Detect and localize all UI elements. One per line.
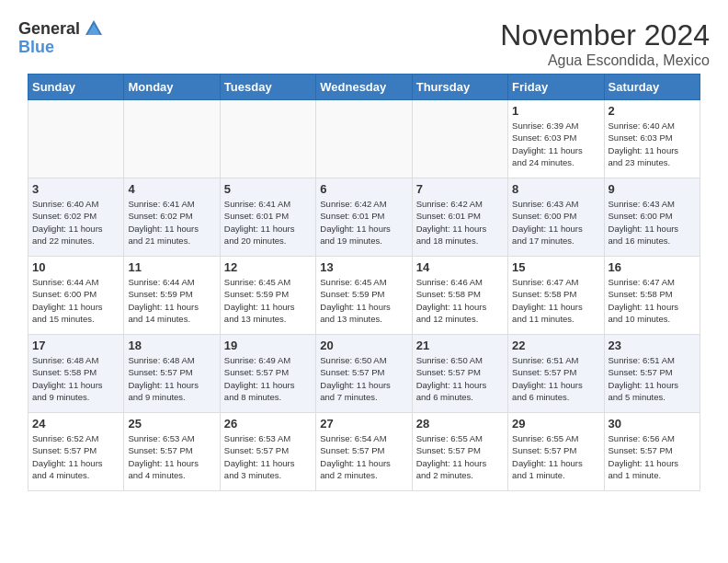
day-number: 2 xyxy=(609,104,696,118)
calendar-day: 11Sunrise: 6:44 AM Sunset: 5:59 PM Dayli… xyxy=(124,257,220,335)
day-info: Sunrise: 6:50 AM Sunset: 5:57 PM Dayligh… xyxy=(320,354,407,403)
day-number: 29 xyxy=(512,417,599,431)
day-info: Sunrise: 6:47 AM Sunset: 5:58 PM Dayligh… xyxy=(512,276,599,325)
calendar-day xyxy=(220,100,315,178)
calendar-day: 16Sunrise: 6:47 AM Sunset: 5:58 PM Dayli… xyxy=(604,257,700,335)
logo: General Blue xyxy=(18,18,104,56)
calendar-day xyxy=(412,100,507,178)
header-friday: Friday xyxy=(508,75,604,100)
location-title: Agua Escondida, Mexico xyxy=(500,52,710,69)
calendar-day: 30Sunrise: 6:56 AM Sunset: 5:57 PM Dayli… xyxy=(604,413,700,491)
calendar-day: 6Sunrise: 6:42 AM Sunset: 6:01 PM Daylig… xyxy=(316,178,412,257)
day-number: 5 xyxy=(224,182,312,196)
day-number: 9 xyxy=(609,182,696,196)
calendar-day: 4Sunrise: 6:41 AM Sunset: 6:02 PM Daylig… xyxy=(124,178,220,257)
day-number: 10 xyxy=(32,260,119,274)
header-saturday: Saturday xyxy=(604,75,700,100)
calendar-container: Sunday Monday Tuesday Wednesday Thursday… xyxy=(9,74,719,491)
calendar-day: 19Sunrise: 6:49 AM Sunset: 5:57 PM Dayli… xyxy=(220,335,315,413)
weekday-header-row: Sunday Monday Tuesday Wednesday Thursday… xyxy=(28,75,700,100)
title-area: November 2024 Agua Escondida, Mexico xyxy=(500,18,710,69)
day-number: 17 xyxy=(32,339,119,352)
day-info: Sunrise: 6:45 AM Sunset: 5:59 PM Dayligh… xyxy=(224,276,312,325)
day-number: 8 xyxy=(512,182,599,196)
header: General Blue November 2024 Agua Escondid… xyxy=(9,9,719,74)
calendar-day: 29Sunrise: 6:55 AM Sunset: 5:57 PM Dayli… xyxy=(508,413,604,491)
header-sunday: Sunday xyxy=(28,75,124,100)
calendar-day: 2Sunrise: 6:40 AM Sunset: 6:03 PM Daylig… xyxy=(604,100,700,178)
day-info: Sunrise: 6:54 AM Sunset: 5:57 PM Dayligh… xyxy=(320,432,407,481)
calendar-day: 23Sunrise: 6:51 AM Sunset: 5:57 PM Dayli… xyxy=(604,335,700,413)
day-info: Sunrise: 6:43 AM Sunset: 6:00 PM Dayligh… xyxy=(512,198,599,247)
day-info: Sunrise: 6:53 AM Sunset: 5:57 PM Dayligh… xyxy=(224,432,312,481)
calendar-week-row: 1Sunrise: 6:39 AM Sunset: 6:03 PM Daylig… xyxy=(28,100,700,178)
day-info: Sunrise: 6:56 AM Sunset: 5:57 PM Dayligh… xyxy=(609,432,696,481)
calendar-week-row: 17Sunrise: 6:48 AM Sunset: 5:58 PM Dayli… xyxy=(28,335,700,413)
day-number: 19 xyxy=(224,339,312,352)
logo-blue: Blue xyxy=(18,38,54,56)
day-number: 18 xyxy=(128,339,215,352)
calendar-day: 8Sunrise: 6:43 AM Sunset: 6:00 PM Daylig… xyxy=(508,178,604,257)
calendar-day: 7Sunrise: 6:42 AM Sunset: 6:01 PM Daylig… xyxy=(412,178,507,257)
calendar-day: 28Sunrise: 6:55 AM Sunset: 5:57 PM Dayli… xyxy=(412,413,507,491)
day-number: 6 xyxy=(320,182,407,196)
calendar-day: 26Sunrise: 6:53 AM Sunset: 5:57 PM Dayli… xyxy=(220,413,315,491)
day-number: 15 xyxy=(512,260,599,274)
day-number: 16 xyxy=(609,260,696,274)
day-number: 11 xyxy=(128,260,215,274)
calendar-table: Sunday Monday Tuesday Wednesday Thursday… xyxy=(28,74,700,491)
day-number: 4 xyxy=(128,182,215,196)
calendar-day xyxy=(316,100,412,178)
day-number: 14 xyxy=(416,260,504,274)
calendar-day: 5Sunrise: 6:41 AM Sunset: 6:01 PM Daylig… xyxy=(220,178,315,257)
calendar-day: 12Sunrise: 6:45 AM Sunset: 5:59 PM Dayli… xyxy=(220,257,315,335)
day-info: Sunrise: 6:41 AM Sunset: 6:01 PM Dayligh… xyxy=(224,198,312,247)
day-number: 30 xyxy=(609,417,696,431)
day-info: Sunrise: 6:52 AM Sunset: 5:57 PM Dayligh… xyxy=(32,432,119,481)
header-wednesday: Wednesday xyxy=(316,75,412,100)
logo-general: General xyxy=(18,20,80,37)
calendar-day: 3Sunrise: 6:40 AM Sunset: 6:02 PM Daylig… xyxy=(28,178,124,257)
calendar-day xyxy=(28,100,124,178)
day-number: 26 xyxy=(224,417,312,431)
header-monday: Monday xyxy=(124,75,220,100)
day-info: Sunrise: 6:47 AM Sunset: 5:58 PM Dayligh… xyxy=(609,276,696,325)
day-number: 13 xyxy=(320,260,407,274)
day-info: Sunrise: 6:40 AM Sunset: 6:03 PM Dayligh… xyxy=(609,120,696,168)
calendar-day: 14Sunrise: 6:46 AM Sunset: 5:58 PM Dayli… xyxy=(412,257,507,335)
day-number: 12 xyxy=(224,260,312,274)
day-number: 1 xyxy=(512,104,599,118)
calendar-day: 18Sunrise: 6:48 AM Sunset: 5:57 PM Dayli… xyxy=(124,335,220,413)
calendar-day: 25Sunrise: 6:53 AM Sunset: 5:57 PM Dayli… xyxy=(124,413,220,491)
day-number: 25 xyxy=(128,417,215,431)
day-info: Sunrise: 6:55 AM Sunset: 5:57 PM Dayligh… xyxy=(512,432,599,481)
calendar-day: 9Sunrise: 6:43 AM Sunset: 6:00 PM Daylig… xyxy=(604,178,700,257)
day-info: Sunrise: 6:48 AM Sunset: 5:58 PM Dayligh… xyxy=(32,354,119,403)
calendar-day xyxy=(124,100,220,178)
day-info: Sunrise: 6:45 AM Sunset: 5:59 PM Dayligh… xyxy=(320,276,407,325)
day-info: Sunrise: 6:55 AM Sunset: 5:57 PM Dayligh… xyxy=(416,432,504,481)
day-number: 3 xyxy=(32,182,119,196)
header-thursday: Thursday xyxy=(412,75,507,100)
calendar-day: 1Sunrise: 6:39 AM Sunset: 6:03 PM Daylig… xyxy=(508,100,604,178)
day-info: Sunrise: 6:44 AM Sunset: 5:59 PM Dayligh… xyxy=(128,276,215,325)
day-info: Sunrise: 6:43 AM Sunset: 6:00 PM Dayligh… xyxy=(609,198,696,247)
day-info: Sunrise: 6:42 AM Sunset: 6:01 PM Dayligh… xyxy=(320,198,407,247)
month-title: November 2024 xyxy=(500,18,710,52)
day-number: 7 xyxy=(416,182,504,196)
day-info: Sunrise: 6:50 AM Sunset: 5:57 PM Dayligh… xyxy=(416,354,504,403)
day-number: 28 xyxy=(416,417,504,431)
day-number: 20 xyxy=(320,339,407,352)
day-info: Sunrise: 6:51 AM Sunset: 5:57 PM Dayligh… xyxy=(609,354,696,403)
calendar-day: 15Sunrise: 6:47 AM Sunset: 5:58 PM Dayli… xyxy=(508,257,604,335)
calendar-day: 17Sunrise: 6:48 AM Sunset: 5:58 PM Dayli… xyxy=(28,335,124,413)
header-tuesday: Tuesday xyxy=(220,75,315,100)
calendar-week-row: 3Sunrise: 6:40 AM Sunset: 6:02 PM Daylig… xyxy=(28,178,700,257)
calendar-day: 20Sunrise: 6:50 AM Sunset: 5:57 PM Dayli… xyxy=(316,335,412,413)
day-number: 21 xyxy=(416,339,504,352)
day-info: Sunrise: 6:44 AM Sunset: 6:00 PM Dayligh… xyxy=(32,276,119,325)
day-info: Sunrise: 6:53 AM Sunset: 5:57 PM Dayligh… xyxy=(128,432,215,481)
calendar-day: 24Sunrise: 6:52 AM Sunset: 5:57 PM Dayli… xyxy=(28,413,124,491)
day-info: Sunrise: 6:41 AM Sunset: 6:02 PM Dayligh… xyxy=(128,198,215,247)
day-info: Sunrise: 6:51 AM Sunset: 5:57 PM Dayligh… xyxy=(512,354,599,403)
